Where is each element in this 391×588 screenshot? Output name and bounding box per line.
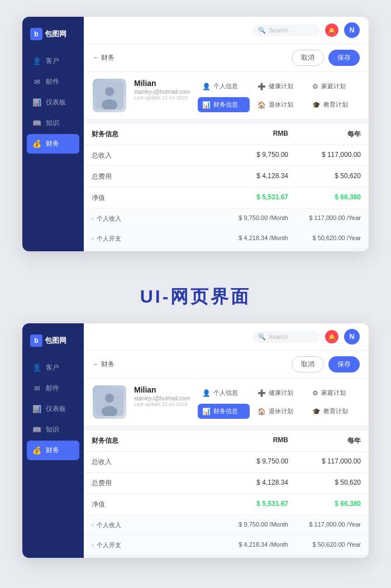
- sidebar-label-finance: 财务: [46, 139, 59, 149]
- tab-education-label: 教育计划: [323, 101, 348, 109]
- retirement-icon-2: 🏠: [258, 408, 266, 415]
- expand2-1-rmb: $ 9,750.00 /Month: [223, 515, 296, 535]
- expand2-1-yearly: $ 117,000.00 /Year: [296, 515, 369, 535]
- table-row: 总收入 $ 9,750.00 $ 117,000.00: [84, 145, 369, 166]
- expand-row-expense: › 个人开支 $ 4,218.34 /Month $ 50,620.00 /Ye…: [84, 229, 369, 249]
- search-placeholder-2: Search: [269, 333, 288, 340]
- profile-section-2: Milian stanley.i@hotmail.com Last update…: [84, 379, 369, 426]
- back-navigation[interactable]: ← 财务: [93, 53, 115, 63]
- expand1-label-text: 个人收入: [97, 214, 121, 223]
- expand1-yearly: $ 117,000.00 /Year: [296, 209, 369, 228]
- tab2-health[interactable]: ➕ 健康计划: [253, 385, 305, 400]
- tab-education[interactable]: 🎓 教育计划: [308, 97, 360, 112]
- sidebar-nav: 👤 客户 ✉ 邮件 📊 仪表板 📖 知识 💰 财务: [22, 51, 84, 154]
- tab-retirement[interactable]: 🏠 退休计划: [253, 97, 305, 112]
- col-yearly: 每年: [296, 124, 369, 145]
- sidebar-item-knowledge[interactable]: 📖 知识: [27, 113, 79, 133]
- mail-icon: ✉: [32, 78, 41, 87]
- row2b-yearly: $ 50,620: [296, 473, 369, 494]
- user-avatar-2[interactable]: N: [344, 329, 360, 345]
- finance-tab-icon-2: 📊: [202, 408, 211, 415]
- chevron-icon-4[interactable]: ›: [92, 542, 93, 548]
- sidebar-2: b 包图网 👤 客户 ✉ 邮件 📊 仪表板 📖 知识 💰 财务: [22, 323, 84, 558]
- row1-rmb: $ 9,750.00: [223, 145, 296, 166]
- row3b-rmb: $ 5,531.67: [223, 494, 296, 515]
- tab2-personal[interactable]: 👤 个人信息: [198, 385, 250, 400]
- profile-avatar-2: [93, 385, 126, 419]
- notification-bell-2[interactable]: 🔔: [325, 330, 338, 343]
- expand1-rmb: $ 9,750.00 /Month: [223, 209, 296, 228]
- tab-personal-label: 个人信息: [213, 82, 238, 90]
- sidebar2-item-finance[interactable]: 💰 财务: [27, 441, 79, 460]
- expand2-label-text: 个人开支: [97, 235, 121, 243]
- tab2-family[interactable]: ⚙ 家庭计划: [308, 385, 360, 400]
- search-icon: 🔍: [258, 27, 266, 34]
- tab2-education[interactable]: 🎓 教育计划: [308, 404, 360, 419]
- expand2-yearly: $ 50,620.00 /Year: [296, 229, 369, 248]
- cancel-button[interactable]: 取消: [292, 50, 324, 66]
- tab-finance-label: 财务信息: [213, 101, 238, 109]
- knowledge-icon-2: 📖: [32, 426, 41, 434]
- row2b-rmb: $ 4,128.34: [223, 473, 296, 494]
- search-box-2[interactable]: 🔍 Search: [252, 331, 320, 343]
- chevron-icon-3[interactable]: ›: [92, 522, 93, 528]
- tab-family[interactable]: ⚙ 家庭计划: [308, 79, 360, 94]
- education-icon-2: 🎓: [312, 408, 321, 415]
- sidebar-label-clients: 客户: [46, 56, 59, 66]
- retirement-icon: 🏠: [258, 101, 266, 109]
- search-icon-2: 🔍: [258, 333, 266, 341]
- col2-rmb: RMB: [223, 431, 296, 451]
- notification-bell[interactable]: 🔔: [325, 23, 338, 37]
- tab-personal[interactable]: 👤 个人信息: [198, 79, 250, 94]
- sidebar-item-mail[interactable]: ✉ 邮件: [27, 72, 79, 92]
- search-box[interactable]: 🔍 Search: [252, 25, 320, 36]
- table2-row2: 总费用 $ 4,128.34 $ 50,620: [84, 473, 369, 494]
- sidebar2-item-mail[interactable]: ✉ 邮件: [27, 379, 79, 398]
- row2-label: 总费用: [84, 166, 223, 187]
- expand2-2-yearly: $ 50,620.00 /Year: [296, 536, 369, 555]
- chevron-icon-2[interactable]: ›: [92, 236, 93, 242]
- cancel-button-2[interactable]: 取消: [292, 356, 324, 372]
- clients-icon-2: 👤: [32, 364, 41, 372]
- tab-health[interactable]: ➕ 健康计划: [253, 79, 305, 94]
- row3b-yearly: $ 66,380: [296, 494, 369, 515]
- personal-icon: 👤: [202, 83, 211, 90]
- sidebar2-item-clients[interactable]: 👤 客户: [27, 358, 79, 377]
- sidebar2-item-knowledge[interactable]: 📖 知识: [27, 420, 79, 439]
- dashboard-icon: 📊: [32, 98, 41, 107]
- save-button-2[interactable]: 保存: [328, 356, 360, 372]
- expand2-rmb: $ 4,218.34 /Month: [223, 229, 296, 248]
- tab2-finance[interactable]: 📊 财务信息: [198, 404, 250, 419]
- back-navigation-2[interactable]: ← 财务: [93, 360, 115, 369]
- save-button[interactable]: 保存: [328, 50, 360, 66]
- row1b-yearly: $ 117,000.00: [296, 452, 369, 472]
- sidebar-item-finance[interactable]: 💰 财务: [27, 134, 79, 154]
- tab-retirement-label: 退休计划: [269, 101, 293, 109]
- logo-icon: b: [30, 28, 42, 40]
- user-avatar[interactable]: N: [344, 22, 360, 38]
- finance-tab-icon: 📊: [202, 101, 211, 109]
- sidebar-item-dashboard[interactable]: 📊 仪表板: [27, 93, 79, 112]
- expand-row-income: › 个人收入 $ 9,750.00 /Month $ 117,000.00 /Y…: [84, 209, 369, 229]
- health-icon-2: ➕: [258, 389, 266, 397]
- family-icon-2: ⚙: [312, 389, 318, 397]
- main-content: 🔍 Search 🔔 N ← 财务 取消 保存: [84, 17, 369, 251]
- tab2-retirement[interactable]: 🏠 退休计划: [253, 404, 305, 419]
- tab-finance[interactable]: 📊 财务信息: [198, 97, 250, 112]
- row3b-label: 净值: [84, 494, 223, 515]
- table-header: 财务信息 RMB 每年: [84, 124, 369, 145]
- row1-yearly: $ 117,000.00: [296, 145, 369, 166]
- logo-2: b 包图网: [22, 334, 84, 358]
- sidebar2-item-dashboard[interactable]: 📊 仪表板: [27, 399, 79, 419]
- logo-text-2: 包图网: [45, 336, 66, 346]
- finance-table-2: 财务信息 RMB 每年 总收入 $ 9,750.00 $ 117,000.00 …: [84, 431, 369, 556]
- expand2-2-label: › 个人开支: [84, 536, 223, 555]
- svg-point-1: [105, 87, 114, 96]
- col-rmb: RMB: [223, 124, 296, 145]
- chevron-icon[interactable]: ›: [92, 216, 93, 222]
- sidebar-item-clients[interactable]: 👤 客户: [27, 51, 79, 71]
- table-header-2: 财务信息 RMB 每年: [84, 431, 369, 452]
- row3-rmb: $ 5,531.67: [223, 188, 296, 208]
- avatar-image-2: [93, 385, 126, 419]
- watermark-area: UI-网页界面: [140, 274, 251, 323]
